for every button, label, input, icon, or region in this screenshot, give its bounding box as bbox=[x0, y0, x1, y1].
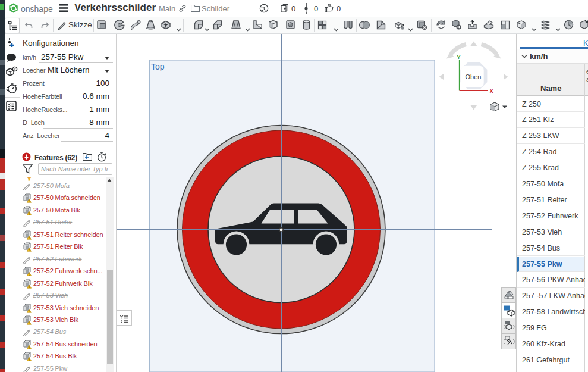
svg-text:Y: Y bbox=[457, 54, 461, 60]
svg-text:Oben: Oben bbox=[466, 73, 482, 80]
svg-text:X: X bbox=[489, 88, 493, 95]
svg-text:Top: Top bbox=[151, 62, 165, 71]
